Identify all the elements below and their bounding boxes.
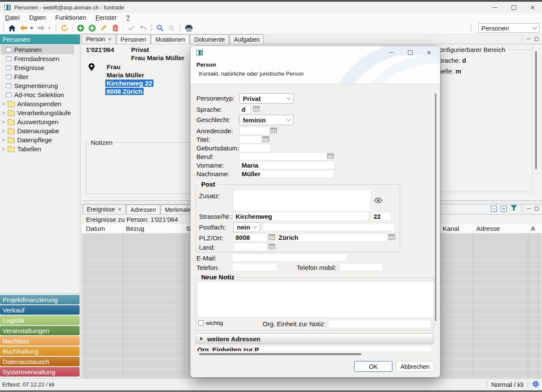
forward-button[interactable] — [37, 24, 45, 32]
minimize-button[interactable] — [485, 2, 504, 13]
tree-expand-icon[interactable]: > — [2, 128, 5, 134]
plz-input[interactable] — [233, 233, 267, 242]
tree-expand-icon[interactable]: > — [2, 119, 5, 125]
sidebar-item-personen[interactable]: Personen — [1, 45, 74, 54]
back-button[interactable] — [20, 24, 28, 32]
print-button[interactable] — [185, 24, 193, 32]
sidebar-item-segmentierung[interactable]: Segmentierung — [1, 81, 74, 90]
lookup-table-icon[interactable] — [269, 234, 275, 240]
panel-minimize-icon[interactable] — [527, 39, 531, 39]
maximize-button[interactable] — [504, 2, 523, 13]
tree-expand-icon[interactable]: > — [2, 110, 5, 116]
close-tab-icon[interactable]: × — [118, 206, 121, 212]
hausnummer-input[interactable] — [371, 212, 392, 221]
postfach-select[interactable]: nein — [233, 222, 260, 232]
module-projektfinanzierung[interactable]: Projektfinanzierung — [0, 295, 80, 304]
email-input[interactable] — [232, 254, 347, 262]
sidebar-item-filter[interactable]: Filter — [1, 72, 74, 81]
vertical-scrollbar[interactable] — [532, 45, 539, 194]
menu-datei[interactable]: Datei — [5, 14, 20, 21]
module-nachlass[interactable]: Nachlass — [0, 336, 80, 346]
module-logistik[interactable]: Logistik — [0, 315, 80, 325]
clipped-row-input[interactable] — [259, 347, 431, 351]
tab-dokumente[interactable]: Dokumente — [190, 34, 230, 44]
collapse-all-icon[interactable]: − — [491, 206, 497, 212]
sidebar-item-fremdadressen[interactable]: Fremdadressen — [1, 54, 74, 63]
module-veranstaltungen[interactable]: Veranstaltungen — [0, 326, 80, 335]
tab-ereignisse[interactable]: Ereignisse× — [83, 204, 126, 214]
telefon-input[interactable] — [232, 263, 278, 271]
dialog-maximize-button[interactable] — [401, 47, 420, 58]
panel-maximize-icon[interactable] — [535, 207, 539, 211]
menu-daten[interactable]: Daten — [29, 14, 46, 21]
toolbar-grip[interactable] — [55, 24, 57, 31]
panel-grip[interactable] — [521, 205, 523, 212]
search-secondary-button[interactable] — [168, 24, 175, 32]
ok-button[interactable]: OK — [354, 361, 392, 372]
nachname-input[interactable] — [239, 170, 334, 178]
sprache-input[interactable] — [239, 105, 251, 113]
lookup-table-icon[interactable] — [327, 153, 334, 159]
module-verkauf[interactable]: Verkauf — [0, 305, 80, 315]
sidebar-item-adhoc-selektion[interactable]: Ad-Hoc Selektion — [1, 90, 74, 99]
toolbar-grip[interactable] — [3, 24, 4, 31]
search-button[interactable] — [156, 24, 164, 32]
undo-button[interactable] — [139, 24, 147, 32]
gear-icon[interactable] — [532, 380, 539, 389]
panel-grip[interactable] — [521, 35, 523, 42]
toolbar-grip[interactable] — [150, 24, 152, 31]
toolbar-grip[interactable] — [179, 24, 181, 31]
dialog-minimize-button[interactable] — [382, 47, 401, 58]
home-button[interactable] — [8, 24, 16, 32]
menu-hilfe[interactable]: ? — [126, 14, 130, 21]
filter-icon[interactable] — [511, 205, 517, 212]
menu-funktionen[interactable]: Funktionen — [55, 14, 86, 21]
sidebar-item-datenausgabe[interactable]: >Datenausgabe — [1, 126, 74, 135]
telefon-mobil-input[interactable] — [340, 263, 383, 271]
ort-input[interactable] — [276, 233, 387, 242]
sidebar-item-datenpflege[interactable]: >Datenpflege — [1, 135, 74, 144]
panel-minimize-icon[interactable] — [527, 208, 531, 209]
confirm-check-button[interactable] — [127, 24, 135, 32]
org-einheit-input[interactable] — [328, 320, 431, 328]
postfach-zusatz-input[interactable] — [263, 223, 394, 231]
geschlecht-select[interactable]: feminin — [239, 115, 294, 125]
module-systemverwaltung[interactable]: Systemverwaltung — [0, 367, 80, 377]
weitere-adressen-expander[interactable]: weitere Adressen — [196, 333, 433, 344]
column-bezug[interactable]: Bezug — [126, 225, 144, 232]
toolbar-grip[interactable] — [470, 24, 472, 31]
add-button[interactable] — [77, 24, 84, 32]
column-adresse[interactable]: Adresse — [476, 225, 500, 232]
edit-pencil-button[interactable] — [100, 24, 107, 32]
column-kanal[interactable]: Kanal — [443, 225, 459, 232]
geburtsdatum-input[interactable] — [239, 144, 270, 152]
sidebar-item-verarbeitungslaeufe[interactable]: >Verarbeitungsläufe — [1, 108, 74, 117]
scrollbar-thumb[interactable] — [199, 353, 361, 355]
sidebar-item-anlassspenden[interactable]: >Anlassspenden — [1, 99, 74, 108]
module-buchhaltung[interactable]: Buchhaltung — [0, 346, 80, 356]
personentyp-select[interactable]: Privat — [239, 93, 294, 104]
menu-fenster[interactable]: Fenster — [95, 14, 116, 21]
vorname-input[interactable] — [239, 161, 334, 169]
lookup-table-icon[interactable] — [389, 234, 395, 240]
module-datenaustausch[interactable]: Datenaustausch — [0, 357, 80, 366]
tab-adressen[interactable]: Adressen — [126, 205, 160, 214]
column-datum[interactable]: Datum — [86, 225, 105, 232]
dialog-close-button[interactable]: × — [420, 47, 438, 58]
lookup-table-icon[interactable] — [263, 136, 269, 142]
back-dropdown-icon[interactable] — [30, 27, 34, 29]
dialog-horizontal-scrollbar[interactable] — [192, 353, 433, 355]
wichtig-checkbox[interactable] — [198, 320, 204, 326]
cancel-button[interactable]: Abbrechen — [396, 361, 434, 372]
notiz-textarea[interactable] — [197, 282, 434, 318]
dialog-vertical-scrollbar[interactable] — [435, 93, 436, 321]
refresh-button[interactable] — [61, 24, 68, 32]
scrollbar-thumb[interactable] — [535, 51, 537, 169]
anredecode-input[interactable] — [239, 127, 269, 135]
forward-dropdown-icon[interactable] — [48, 27, 51, 29]
tab-personen[interactable]: Personen — [116, 34, 151, 44]
strasse-input[interactable] — [233, 212, 368, 221]
eye-icon[interactable] — [374, 197, 382, 204]
panel-maximize-icon[interactable] — [535, 37, 539, 41]
sidebar-item-auswertungen[interactable]: >Auswertungen — [1, 117, 74, 126]
